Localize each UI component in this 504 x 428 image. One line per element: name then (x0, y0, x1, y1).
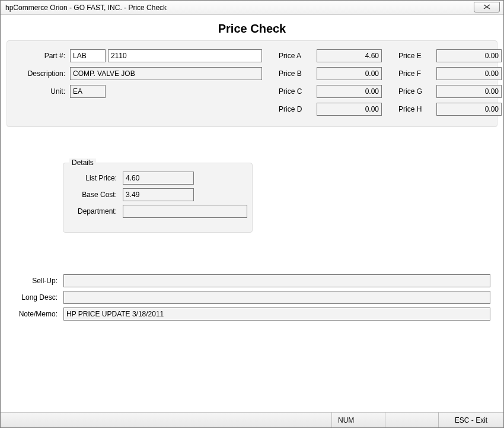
part-number-input[interactable] (108, 49, 262, 62)
price-e-label: Price E (398, 52, 434, 60)
price-g-value: 0.00 (436, 85, 502, 98)
department-label: Department: (72, 207, 119, 215)
unit-value: EA (70, 85, 106, 98)
note-memo-label: Note/Memo: (7, 310, 60, 318)
price-e-value: 0.00 (436, 49, 502, 62)
price-a-value: 4.60 (317, 49, 382, 62)
long-desc-label: Long Desc: (7, 293, 60, 302)
notes-block: Sell-Up: Long Desc: Note/Memo: HP PRICE … (7, 274, 497, 324)
list-price-label: List Price: (72, 174, 119, 182)
statusbar: NUM ESC - Exit (1, 412, 503, 427)
price-b-value: 0.00 (317, 67, 382, 80)
titlebar: hpCommerce Orion - GO FAST, INC. - Price… (1, 1, 503, 15)
top-panel: Part #: Price A 4.60 Price E 0.00 Descri… (7, 40, 497, 127)
app-window: hpCommerce Orion - GO FAST, INC. - Price… (0, 0, 504, 428)
window-title: hpCommerce Orion - GO FAST, INC. - Price… (5, 4, 167, 12)
price-d-label: Price D (279, 105, 314, 113)
sell-up-label: Sell-Up: (7, 277, 60, 285)
exit-button[interactable]: ESC - Exit (438, 413, 503, 427)
status-empty (385, 413, 438, 427)
list-price-value: 4.60 (123, 172, 194, 185)
close-icon (483, 3, 490, 11)
details-legend: Details (69, 158, 96, 167)
price-a-label: Price A (279, 52, 314, 60)
note-memo-value: HP PRICE UPDATE 3/18/2011 (63, 307, 490, 321)
department-value (123, 205, 247, 218)
details-fieldset: Details List Price: 4.60 Base Cost: 3.49… (63, 163, 253, 233)
price-c-label: Price C (279, 87, 314, 96)
price-f-label: Price F (398, 69, 434, 78)
long-desc-value (63, 291, 490, 304)
close-button[interactable] (474, 2, 500, 12)
page-title: Price Check (7, 22, 497, 36)
status-num: NUM (331, 413, 385, 427)
price-b-label: Price B (279, 69, 314, 78)
price-f-value: 0.00 (436, 67, 502, 80)
top-grid: Part #: Price A 4.60 Price E 0.00 Descri… (14, 49, 490, 116)
price-h-label: Price H (398, 105, 434, 113)
price-c-value: 0.00 (317, 85, 382, 98)
part-prefix-input[interactable] (70, 49, 106, 62)
base-cost-value: 3.49 (123, 188, 194, 201)
price-d-value: 0.00 (317, 103, 382, 116)
description-label: Description: (14, 69, 68, 78)
unit-label: Unit: (14, 87, 68, 96)
part-number-label: Part #: (14, 52, 68, 60)
base-cost-label: Base Cost: (72, 191, 119, 199)
status-spacer (1, 413, 331, 427)
description-value: COMP. VALVE JOB (70, 67, 262, 80)
client-area: Price Check Part #: Price A 4.60 Price E… (1, 15, 503, 412)
sell-up-value (63, 274, 490, 287)
price-g-label: Price G (398, 87, 434, 96)
price-h-value: 0.00 (436, 103, 502, 116)
